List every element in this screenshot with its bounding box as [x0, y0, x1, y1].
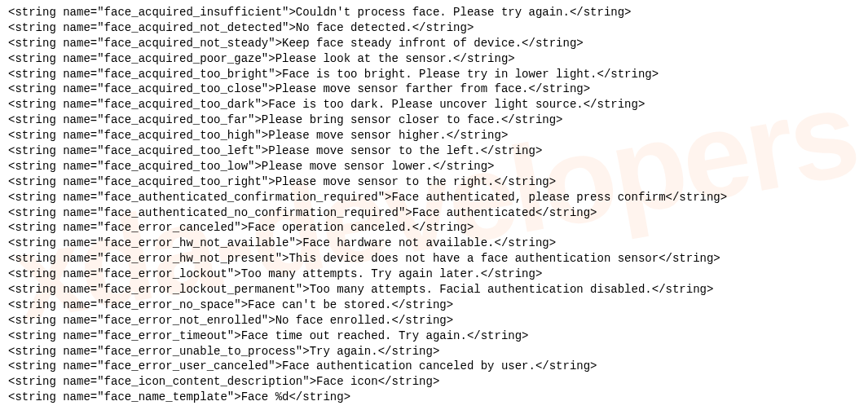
xml-string-line: <string name="face_error_unable_to_proce…: [8, 344, 860, 359]
xml-code-block: <string name="face_acquired_insufficient…: [8, 5, 860, 405]
xml-string-line: <string name="face_acquired_too_right">P…: [8, 174, 860, 190]
xml-string-line: <string name="face_acquired_too_far">Ple…: [8, 112, 860, 128]
xml-string-line: <string name="face_authenticated_confirm…: [8, 190, 860, 205]
xml-string-line: <string name="face_error_not_enrolled">N…: [8, 313, 860, 328]
xml-string-line: <string name="face_error_lockout">Too ma…: [8, 267, 860, 282]
xml-string-line: <string name="face_acquired_too_close">P…: [8, 82, 860, 97]
xml-string-line: <string name="face_error_canceled">Face …: [8, 220, 860, 236]
xml-string-line: <string name="face_error_user_canceled">…: [8, 359, 860, 374]
xml-string-line: <string name="face_error_hw_not_availabl…: [8, 236, 860, 251]
xml-string-line: <string name="face_acquired_not_detected…: [8, 20, 860, 36]
xml-string-line: <string name="face_acquired_not_steady">…: [8, 36, 860, 51]
xml-string-line: <string name="face_error_lockout_permane…: [8, 282, 860, 298]
xml-string-line: <string name="face_authenticated_no_conf…: [8, 205, 860, 221]
xml-string-line: <string name="face_icon_content_descript…: [8, 374, 860, 390]
xml-string-line: <string name="face_name_template">Face %…: [8, 390, 860, 405]
xml-string-line: <string name="face_acquired_too_high">Pl…: [8, 128, 860, 143]
xml-string-line: <string name="face_error_timeout">Face t…: [8, 328, 860, 344]
xml-string-line: <string name="face_acquired_too_left">Pl…: [8, 143, 860, 159]
xml-string-line: <string name="face_error_no_space">Face …: [8, 298, 860, 313]
xml-string-line: <string name="face_error_hw_not_present"…: [8, 251, 860, 267]
xml-string-line: <string name="face_acquired_too_bright">…: [8, 67, 860, 82]
xml-string-line: <string name="face_acquired_too_dark">Fa…: [8, 97, 860, 112]
xml-string-line: <string name="face_acquired_insufficient…: [8, 5, 860, 20]
xml-string-line: <string name="face_acquired_too_low">Ple…: [8, 159, 860, 174]
xml-string-line: <string name="face_acquired_poor_gaze">P…: [8, 51, 860, 67]
